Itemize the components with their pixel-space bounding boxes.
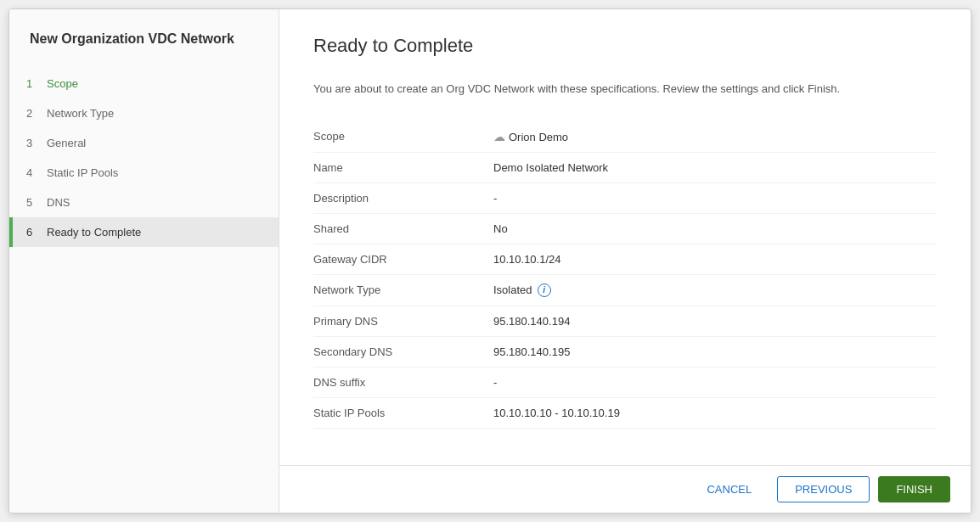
summary-row: Gateway CIDR10.10.10.1/24 (313, 244, 937, 274)
step-label: Static IP Pools (47, 166, 118, 179)
previous-button[interactable]: PREVIOUS (777, 476, 870, 502)
info-icon[interactable]: i (538, 283, 551, 297)
summary-row-value: Demo Isolated Network (483, 152, 937, 182)
summary-row-label: Scope (313, 121, 483, 153)
step-number: 3 (26, 137, 38, 149)
summary-table: Scope☁Orion DemoNameDemo Isolated Networ… (313, 121, 937, 429)
sidebar-title: New Organization VDC Network (9, 30, 279, 69)
intro-text: You are about to create an Org VDC Netwo… (313, 81, 937, 98)
summary-row-label: Name (313, 152, 483, 182)
step-number: 1 (26, 77, 38, 90)
summary-row-value: 95.180.140.194 (483, 306, 937, 336)
sidebar-step-general[interactable]: 3General (9, 128, 279, 158)
summary-row-label: Network Type (313, 274, 483, 306)
sidebar-step-network-type[interactable]: 2Network Type (9, 98, 279, 128)
step-label: Ready to Complete (47, 226, 141, 239)
summary-row: Static IP Pools10.10.10.10 - 10.10.10.19 (313, 397, 937, 428)
dialog-footer: CANCEL PREVIOUS FINISH (279, 465, 971, 513)
sidebar-steps: 1Scope2Network Type3General4Static IP Po… (9, 69, 279, 247)
summary-row-value: - (483, 367, 937, 397)
summary-row-label: Shared (313, 213, 483, 244)
finish-button[interactable]: FINISH (878, 476, 950, 502)
summary-row: Description- (313, 182, 937, 213)
summary-row-value: No (483, 213, 937, 244)
sidebar-step-ready-to-complete[interactable]: 6Ready to Complete (9, 217, 279, 247)
dialog: New Organization VDC Network 1Scope2Netw… (8, 8, 972, 514)
summary-row: Scope☁Orion Demo (313, 121, 937, 153)
step-label: Network Type (47, 107, 114, 120)
summary-row-label: Primary DNS (313, 306, 483, 336)
step-number: 4 (26, 166, 38, 179)
step-number: 5 (26, 196, 38, 209)
sidebar: New Organization VDC Network 1Scope2Netw… (9, 9, 279, 513)
summary-row: DNS suffix- (313, 367, 937, 397)
summary-row-value: 10.10.10.1/24 (483, 244, 937, 274)
content-area: Ready to Complete You are about to creat… (279, 9, 971, 465)
step-number: 6 (26, 226, 38, 239)
step-label: General (47, 137, 86, 149)
summary-row-value: 95.180.140.195 (483, 336, 937, 367)
summary-row: Primary DNS95.180.140.194 (313, 306, 937, 336)
sidebar-step-dns[interactable]: 5DNS (9, 188, 279, 217)
summary-row-label: Static IP Pools (313, 397, 483, 428)
cancel-button[interactable]: CANCEL (690, 477, 769, 502)
sidebar-step-static-ip-pools[interactable]: 4Static IP Pools (9, 158, 279, 188)
summary-row: Network TypeIsolatedi (313, 274, 937, 306)
step-label: Scope (47, 77, 78, 90)
summary-row-label: DNS suffix (313, 367, 483, 397)
summary-row: NameDemo Isolated Network (313, 152, 937, 182)
summary-row-label: Secondary DNS (313, 336, 483, 367)
cloud-icon: ☁ (493, 130, 505, 143)
summary-row-label: Gateway CIDR (313, 244, 483, 274)
summary-row-label: Description (313, 182, 483, 213)
sidebar-step-scope[interactable]: 1Scope (9, 69, 279, 98)
summary-row-value: Isolatedi (483, 274, 937, 306)
page-title: Ready to Complete (313, 35, 937, 57)
network-type-wrapper: Isolatedi (493, 283, 926, 297)
step-label: DNS (47, 196, 70, 209)
summary-row: Secondary DNS95.180.140.195 (313, 336, 937, 367)
summary-row-value: - (483, 182, 937, 213)
dialog-body: New Organization VDC Network 1Scope2Netw… (9, 9, 971, 513)
summary-row-value: 10.10.10.10 - 10.10.10.19 (483, 397, 937, 428)
summary-row: SharedNo (313, 213, 937, 244)
step-number: 2 (26, 107, 38, 120)
main-content: Ready to Complete You are about to creat… (279, 9, 971, 513)
network-type-value: Isolated (493, 283, 532, 296)
summary-row-value: ☁Orion Demo (483, 121, 937, 153)
